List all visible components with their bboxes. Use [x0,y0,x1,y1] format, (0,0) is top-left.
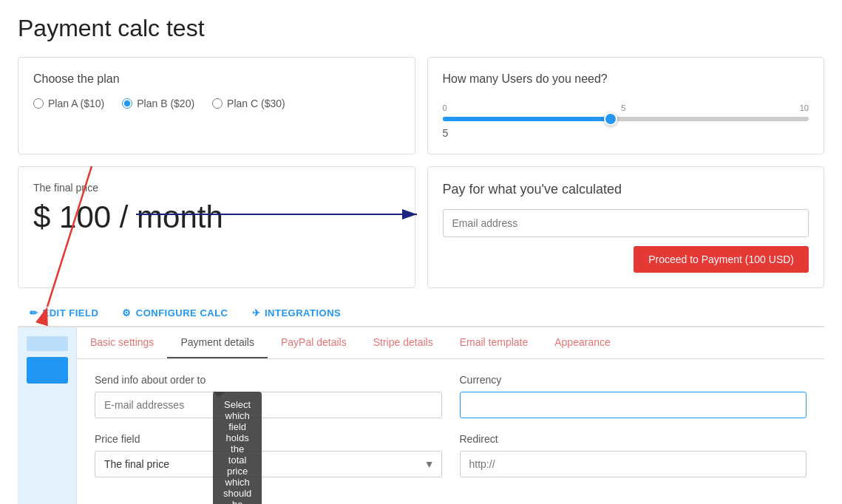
form-row-1: Send info about order to Currency U.S. D… [95,374,807,418]
plan-c-label: Plan C ($30) [227,98,285,109]
tab-email-template[interactable]: Email template [447,327,542,358]
plan-a-radio[interactable] [33,98,44,109]
gear-icon: ⚙ [122,307,132,319]
choose-plan-heading: Choose the plan [33,72,400,86]
left-sidebar [18,327,77,504]
price-field-select[interactable]: The final price [95,451,442,477]
toolbar: ✏ EDIT FIELD ⚙ CONFIGURE CALC ✈ INTEGRAT… [18,300,824,327]
currency-input[interactable]: U.S. Dollar [460,392,807,418]
page-title: Payment calc test [18,15,824,42]
page-container: Payment calc test Choose the plan Plan A… [0,0,842,504]
send-icon: ✈ [252,307,261,319]
proceed-payment-button[interactable]: Proceed to Payment (100 USD) [634,246,809,273]
tab-basic-settings[interactable]: Basic settings [77,327,167,358]
form-area: Send info about order to Currency U.S. D… [77,359,824,504]
sidebar-main-block [27,357,68,384]
tooltip-container: Select which field holds the total price… [213,392,225,398]
send-info-label: Send info about order to [95,374,442,386]
slider-fill [443,117,611,121]
redirect-group: Redirect [460,433,807,477]
bottom-panels: The final price $ 100 / month Pay for wh… [18,166,824,288]
top-panels: Choose the plan Plan A ($10) Plan B ($20… [18,57,824,154]
send-info-group: Send info about order to [95,374,442,418]
plan-c-option[interactable]: Plan C ($30) [212,98,285,109]
slider-min-label: 0 [443,103,447,112]
slider-labels: 0 5 10 [443,103,809,112]
plan-b-option[interactable]: Plan B ($20) [122,98,194,109]
edit-field-label: EDIT FIELD [43,307,99,319]
redirect-label: Redirect [460,433,807,445]
edit-field-button[interactable]: ✏ EDIT FIELD [18,300,110,326]
main-content: Basic settings Payment details PayPal de… [77,327,824,504]
currency-group: Currency U.S. Dollar [460,374,807,418]
choose-plan-panel: Choose the plan Plan A ($10) Plan B ($20… [18,57,415,154]
plan-c-radio[interactable] [212,98,223,109]
payment-email-input[interactable] [443,209,809,237]
integrations-label: INTEGRATIONS [265,307,341,319]
form-row-2: Price field The final price ▼ Select whi… [95,433,807,477]
price-field-group: Price field The final price ▼ Select whi… [95,433,442,477]
plan-a-label: Plan A ($10) [48,98,104,109]
slider-max-label: 10 [800,103,809,112]
send-info-input[interactable] [95,392,442,418]
configure-calc-button[interactable]: ⚙ CONFIGURE CALC [110,300,240,326]
tab-stripe-details[interactable]: Stripe details [360,327,447,358]
slider-thumb[interactable] [604,112,617,126]
price-display: $ 100 / month [33,200,400,235]
slider-value: 5 [443,127,809,139]
payment-heading: Pay for what you've calculated [443,182,809,197]
price-panel: The final price $ 100 / month [18,166,415,288]
final-price-label: The final price [33,182,400,194]
integrations-button[interactable]: ✈ INTEGRATIONS [240,300,353,326]
plan-radio-group: Plan A ($10) Plan B ($20) Plan C ($30) [33,98,400,109]
pencil-icon: ✏ [30,307,38,319]
slider-container: 0 5 10 5 [443,98,809,139]
tab-appearance[interactable]: Appearance [541,327,624,358]
plan-b-radio[interactable] [122,98,132,109]
price-field-label: Price field [95,433,442,445]
content-area: Basic settings Payment details PayPal de… [18,327,824,504]
slider-mid-label: 5 [621,103,625,112]
price-field-select-wrapper: The final price ▼ [95,451,442,477]
tab-paypal-details[interactable]: PayPal details [268,327,360,358]
users-slider-panel: How many Users do you need? 0 5 10 5 [427,57,825,154]
tab-bar: Basic settings Payment details PayPal de… [77,327,824,359]
tab-payment-details[interactable]: Payment details [167,327,268,358]
tooltip-text: Select which field holds the total price… [213,392,262,504]
sidebar-sm-block [27,336,68,351]
payment-panel: Pay for what you've calculated Proceed t… [427,166,825,288]
slider-track[interactable] [443,117,809,121]
configure-calc-label: CONFIGURE CALC [136,307,228,319]
plan-a-option[interactable]: Plan A ($10) [33,98,104,109]
users-slider-heading: How many Users do you need? [443,72,809,86]
currency-label: Currency [460,374,807,386]
plan-b-label: Plan B ($20) [137,98,194,109]
redirect-input[interactable] [460,451,807,477]
